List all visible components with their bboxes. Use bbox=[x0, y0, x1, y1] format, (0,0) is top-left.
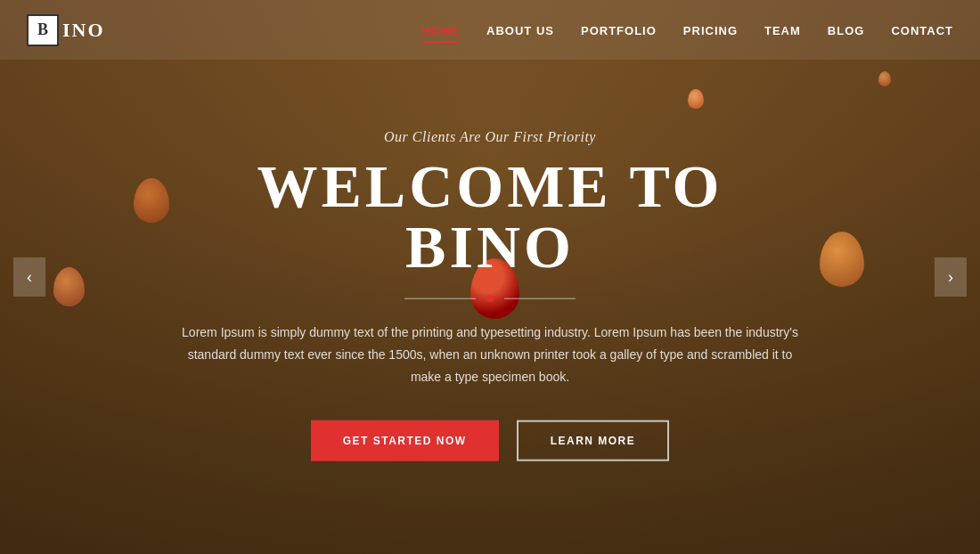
next-arrow-icon: › bbox=[948, 268, 953, 287]
balloon-5 bbox=[53, 267, 85, 306]
nav-item-about[interactable]: ABOUT US bbox=[486, 22, 554, 38]
nav-link-contact[interactable]: CONTACT bbox=[891, 24, 953, 37]
prev-slide-button[interactable]: ‹ bbox=[13, 257, 45, 297]
nav-item-home[interactable]: HOME bbox=[421, 22, 460, 38]
nav-menu: HOME ABOUT US PORTFOLIO PRICING TEAM BLO… bbox=[421, 22, 953, 38]
balloon-1 bbox=[688, 89, 704, 109]
nav-item-contact[interactable]: CONTACT bbox=[891, 22, 953, 38]
navbar: B INO HOME ABOUT US PORTFOLIO PRICING TE… bbox=[0, 0, 980, 60]
hero-description: Lorem Ipsum is simply dummy text of the … bbox=[178, 322, 802, 389]
learn-more-button[interactable]: LEARN MORE bbox=[517, 420, 670, 460]
nav-item-portfolio[interactable]: PORTFOLIO bbox=[581, 22, 657, 38]
hero-title: WELCOME TO BINO bbox=[178, 156, 802, 277]
divider-line-right bbox=[504, 297, 576, 298]
hero-content: Our Clients Are Our First Priority WELCO… bbox=[178, 129, 802, 461]
logo-box: B bbox=[27, 14, 59, 46]
nav-link-about[interactable]: ABOUT US bbox=[486, 24, 554, 37]
logo-name: INO bbox=[62, 19, 105, 42]
balloon-2 bbox=[878, 71, 891, 86]
hero-subtitle: Our Clients Are Our First Priority bbox=[178, 129, 802, 145]
divider-line-left bbox=[404, 297, 476, 298]
nav-link-pricing[interactable]: PRICING bbox=[683, 24, 738, 37]
nav-item-pricing[interactable]: PRICING bbox=[683, 22, 738, 38]
prev-arrow-icon: ‹ bbox=[27, 268, 32, 287]
hero-buttons: GET STARTED NOW LEARN MORE bbox=[178, 420, 802, 460]
nav-link-team[interactable]: TEAM bbox=[764, 24, 801, 37]
get-started-button[interactable]: GET STARTED NOW bbox=[311, 420, 499, 460]
next-slide-button[interactable]: › bbox=[935, 257, 967, 297]
logo-letter: B bbox=[37, 20, 48, 39]
nav-item-team[interactable]: TEAM bbox=[764, 22, 801, 38]
hero-section: B INO HOME ABOUT US PORTFOLIO PRICING TE… bbox=[0, 0, 980, 554]
hero-divider bbox=[178, 295, 802, 302]
nav-link-portfolio[interactable]: PORTFOLIO bbox=[581, 24, 657, 37]
divider-dot bbox=[486, 295, 494, 302]
nav-item-blog[interactable]: BLOG bbox=[828, 22, 865, 38]
nav-link-blog[interactable]: BLOG bbox=[828, 24, 865, 37]
logo: B INO bbox=[27, 14, 105, 46]
nav-link-home[interactable]: HOME bbox=[421, 24, 460, 43]
